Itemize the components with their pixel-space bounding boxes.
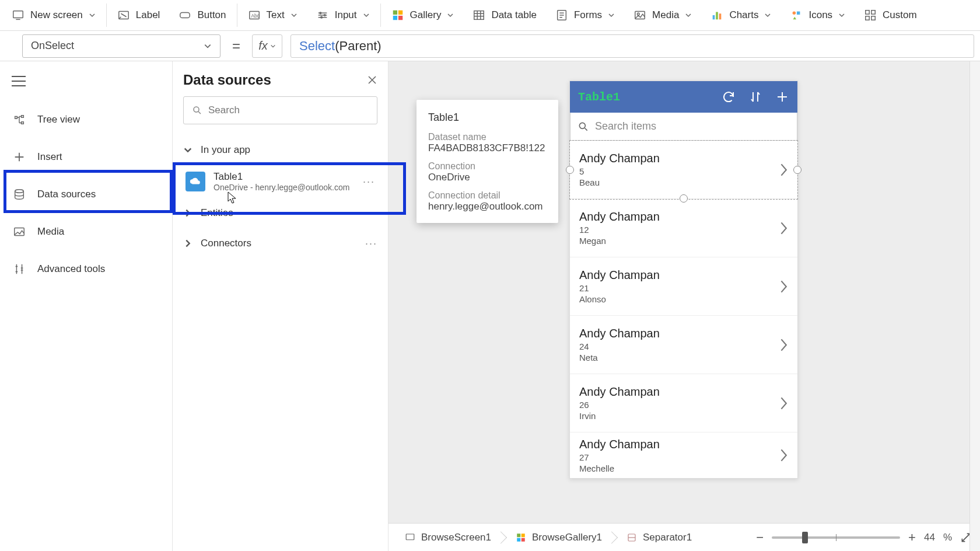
chevron-right-icon[interactable] (779, 280, 788, 294)
pane-title: Data sources (183, 72, 271, 88)
list-item[interactable]: Andy Champan 26 Irvin (570, 374, 797, 433)
chevron-right-icon[interactable] (779, 221, 788, 235)
new-screen-label: New screen (30, 9, 83, 21)
list-item[interactable]: Andy Champan 27 Mechelle (570, 433, 797, 478)
section-entities[interactable]: Entities ··· (183, 198, 377, 228)
svg-text:Abc: Abc (251, 13, 259, 19)
formula-input[interactable]: Select(Parent) (290, 34, 974, 58)
status-bar: BrowseScreen1 BrowseGallery1 Separator1 … (388, 523, 980, 551)
svg-rect-33 (522, 538, 525, 541)
canvas[interactable]: Table1 Dataset name FA4BADB8183CF7B8!122… (388, 61, 980, 551)
gallery-icon (516, 532, 526, 543)
screen-icon (405, 532, 415, 543)
app-title: Table1 (578, 90, 620, 104)
chevron-right-icon[interactable] (779, 396, 788, 410)
data-source-table1[interactable]: Table1 OneDrive - henry.legge@outlook.co… (183, 165, 377, 198)
label-icon (117, 9, 130, 22)
svg-rect-21 (866, 11, 869, 14)
svg-rect-10 (393, 16, 397, 20)
cursor-icon (228, 191, 237, 204)
chevron-down-icon (183, 145, 192, 155)
hamburger-button[interactable] (0, 69, 172, 93)
media-icon (634, 9, 646, 22)
svg-point-28 (579, 123, 585, 128)
list-item[interactable]: Andy Champan 12 Megan (570, 199, 797, 257)
gallery-icon (391, 9, 404, 22)
media-button[interactable]: Media (624, 0, 701, 30)
list-item[interactable]: Andy Champan 5 Beau (570, 141, 797, 199)
section-in-your-app[interactable]: In your app (183, 135, 377, 165)
svg-rect-20 (797, 12, 800, 15)
selection-handle[interactable] (566, 166, 574, 174)
forms-icon (555, 9, 568, 22)
crumb-screen[interactable]: BrowseScreen1 (397, 528, 499, 547)
new-screen-button[interactable]: New screen (2, 0, 105, 30)
rail-advanced[interactable]: Advanced tools (0, 250, 172, 288)
more-button[interactable]: ··· (363, 176, 375, 188)
svg-rect-18 (719, 13, 722, 19)
svg-rect-29 (406, 534, 414, 540)
data-table-button[interactable]: Data table (463, 0, 546, 30)
database-icon (13, 188, 26, 201)
sort-icon[interactable] (748, 90, 762, 104)
chevron-right-icon[interactable] (779, 163, 788, 177)
zoom-knob[interactable] (802, 532, 808, 543)
formula-bar: OnSelect = fx Select(Parent) (0, 31, 980, 61)
zoom-out-button[interactable]: − (756, 530, 764, 545)
chevron-down-icon (608, 12, 615, 19)
chevron-down-icon (447, 12, 454, 19)
svg-point-15 (637, 13, 639, 15)
list-item[interactable]: Andy Champan 24 Neta (570, 316, 797, 374)
charts-button[interactable]: Charts (701, 0, 780, 30)
add-icon[interactable] (775, 90, 789, 104)
selection-handle[interactable] (793, 166, 802, 174)
custom-button[interactable]: Custom (855, 0, 926, 30)
input-button[interactable]: Input (307, 0, 379, 30)
vertical-scrollbar[interactable] (970, 61, 980, 551)
pane-close-button[interactable] (367, 75, 377, 85)
crumb-separator[interactable]: Separator1 (618, 528, 700, 547)
chevron-right-icon[interactable] (779, 448, 788, 462)
zoom-slider[interactable] (772, 536, 900, 539)
data-table-icon (473, 9, 485, 22)
svg-rect-11 (398, 16, 402, 20)
label-button[interactable]: Label (108, 0, 170, 30)
custom-icon (864, 9, 877, 22)
gallery-button[interactable]: Gallery (382, 0, 464, 30)
app-preview[interactable]: Table1 Search items (569, 81, 798, 479)
text-button[interactable]: Abc Text (239, 0, 307, 30)
input-icon (316, 9, 329, 22)
pane-search-input[interactable]: Search (183, 96, 377, 124)
svg-rect-9 (398, 11, 402, 15)
list-item[interactable]: Andy Champan 21 Alonso (570, 257, 797, 316)
text-icon: Abc (248, 9, 261, 22)
zoom-in-button[interactable]: + (908, 530, 916, 545)
property-dropdown[interactable]: OnSelect (22, 34, 220, 58)
forms-button[interactable]: Forms (546, 0, 624, 30)
icons-button[interactable]: Icons (780, 0, 855, 30)
rail-data-sources[interactable]: Data sources (0, 176, 172, 213)
more-button[interactable]: ··· (365, 238, 377, 250)
more-button[interactable]: ··· (365, 207, 377, 219)
chevron-down-icon (363, 12, 370, 19)
fx-button[interactable]: fx (252, 34, 282, 58)
plus-icon (13, 151, 26, 163)
left-nav-rail: Tree view Insert Data sources Media Adva… (0, 61, 173, 551)
crumb-gallery[interactable]: BrowseGallery1 (508, 528, 610, 547)
svg-rect-2 (180, 12, 190, 18)
chevron-down-icon (290, 12, 298, 19)
svg-rect-30 (517, 533, 520, 537)
rail-insert[interactable]: Insert (0, 138, 172, 176)
button-button[interactable]: Button (169, 0, 235, 30)
svg-rect-17 (716, 12, 719, 20)
svg-rect-31 (522, 533, 525, 537)
chevron-down-icon (685, 12, 692, 19)
section-connectors[interactable]: Connectors ··· (183, 228, 377, 259)
chevron-right-icon[interactable] (779, 338, 788, 352)
app-search-input[interactable]: Search items (570, 113, 797, 141)
onedrive-icon (186, 172, 205, 191)
refresh-icon[interactable] (722, 90, 736, 104)
chevron-down-icon (89, 12, 96, 19)
rail-tree-view[interactable]: Tree view (0, 101, 172, 138)
rail-media[interactable]: Media (0, 213, 172, 250)
